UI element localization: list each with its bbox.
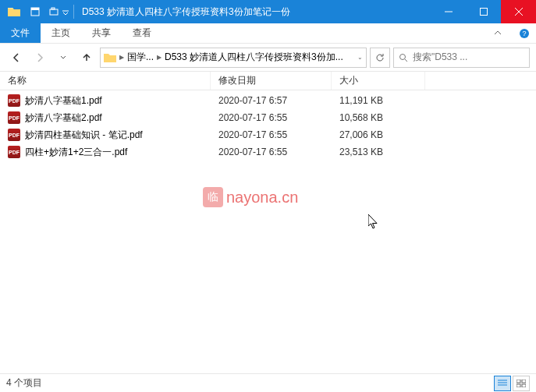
svg-rect-2 xyxy=(50,9,58,15)
file-name: 妙清四柱基础知识 - 笔记.pdf xyxy=(25,129,143,142)
folder-icon xyxy=(8,6,20,17)
list-item[interactable]: PDF妙清八字基础2.pdf 2020-07-17 6:55 10,568 KB xyxy=(0,109,536,126)
view-details-button[interactable] xyxy=(494,376,511,391)
view-icons-button[interactable] xyxy=(513,376,530,391)
address-bar[interactable]: ▶ 国学... ▶ D533 妙清道人四柱八字传授班资料3份加... ⌄ xyxy=(100,48,367,68)
pdf-icon: PDF xyxy=(8,94,20,107)
nav-up-button[interactable] xyxy=(76,48,97,68)
svg-point-7 xyxy=(400,54,406,59)
svg-rect-1 xyxy=(31,8,39,10)
svg-rect-4 xyxy=(480,9,487,16)
nav-back-button[interactable] xyxy=(6,48,27,68)
minimize-button[interactable] xyxy=(431,0,466,23)
file-date: 2020-07-17 6:55 xyxy=(211,129,332,140)
column-size[interactable]: 大小 xyxy=(332,72,425,90)
list-item[interactable]: PDF妙清八字基础1.pdf 2020-07-17 6:57 11,191 KB xyxy=(0,92,536,109)
chevron-right-icon[interactable]: ▶ xyxy=(119,54,124,61)
svg-text:?: ? xyxy=(522,30,526,37)
column-date[interactable]: 修改日期 xyxy=(211,72,332,90)
nav-forward-button[interactable] xyxy=(30,48,50,68)
maximize-button[interactable] xyxy=(466,0,501,23)
file-date: 2020-07-17 6:55 xyxy=(211,147,332,157)
column-headers: 名称 修改日期 大小 xyxy=(0,72,536,90)
help-button[interactable]: ? xyxy=(513,23,536,43)
folder-icon xyxy=(104,52,116,63)
file-size: 10,568 KB xyxy=(332,112,425,123)
ribbon-expand-icon[interactable] xyxy=(483,23,513,43)
ribbon: 文件 主页 共享 查看 ? xyxy=(0,23,536,44)
tab-view[interactable]: 查看 xyxy=(122,23,162,43)
svg-rect-8 xyxy=(516,380,520,383)
status-item-count: 4 个项目 xyxy=(6,376,42,390)
file-list: PDF妙清八字基础1.pdf 2020-07-17 6:57 11,191 KB… xyxy=(0,90,536,162)
qat-properties-icon[interactable] xyxy=(27,3,44,20)
nav-recent-icon[interactable] xyxy=(53,48,73,68)
list-item[interactable]: PDF妙清四柱基础知识 - 笔记.pdf 2020-07-17 6:55 27,… xyxy=(0,126,536,143)
statusbar: 4 个项目 xyxy=(0,373,536,392)
pdf-icon: PDF xyxy=(8,129,20,141)
close-button[interactable] xyxy=(501,0,536,23)
watermark: 临 nayona.cn xyxy=(203,187,298,207)
window-title: D533 妙清道人四柱八字传授班资料3份加笔记一份 xyxy=(79,5,431,19)
breadcrumb-segment[interactable]: D533 妙清道人四柱八字传授班资料3份加... xyxy=(165,51,343,64)
watermark-text: nayona.cn xyxy=(226,189,298,207)
svg-rect-3 xyxy=(51,8,55,9)
qat-newfolder-icon[interactable] xyxy=(45,3,62,20)
file-size: 23,513 KB xyxy=(332,147,425,157)
svg-rect-11 xyxy=(522,384,526,387)
refresh-button[interactable] xyxy=(370,48,390,68)
window-buttons xyxy=(431,0,536,23)
titlebar: D533 妙清道人四柱八字传授班资料3份加笔记一份 xyxy=(0,0,536,23)
cursor-icon xyxy=(368,214,381,230)
pdf-icon: PDF xyxy=(8,146,20,158)
quick-access-toolbar xyxy=(27,3,62,20)
titlebar-divider xyxy=(73,5,74,19)
file-date: 2020-07-17 6:57 xyxy=(211,95,332,106)
view-switcher xyxy=(494,376,530,391)
svg-rect-10 xyxy=(516,384,520,387)
pdf-icon: PDF xyxy=(8,111,20,124)
watermark-icon: 临 xyxy=(203,187,223,207)
search-icon xyxy=(399,53,408,62)
file-name: 妙清八字基础2.pdf xyxy=(25,111,102,125)
file-size: 11,191 KB xyxy=(332,95,425,106)
search-placeholder: 搜索"D533 ... xyxy=(413,51,467,64)
file-name: 妙清八字基础1.pdf xyxy=(25,94,102,108)
qat-customize-icon[interactable] xyxy=(62,5,69,19)
tab-home[interactable]: 主页 xyxy=(41,23,81,43)
breadcrumb-segment[interactable]: 国学... xyxy=(127,51,154,64)
search-input[interactable]: 搜索"D533 ... xyxy=(393,48,530,68)
file-date: 2020-07-17 6:55 xyxy=(211,112,332,123)
file-name: 四柱+妙清1+2三合一.pdf xyxy=(25,146,127,159)
tab-file[interactable]: 文件 xyxy=(0,23,41,43)
chevron-down-icon[interactable]: ⌄ xyxy=(357,54,363,61)
navbar: ▶ 国学... ▶ D533 妙清道人四柱八字传授班资料3份加... ⌄ 搜索"… xyxy=(0,44,536,72)
list-item[interactable]: PDF四柱+妙清1+2三合一.pdf 2020-07-17 6:55 23,51… xyxy=(0,143,536,161)
file-size: 27,006 KB xyxy=(332,129,425,140)
chevron-right-icon[interactable]: ▶ xyxy=(157,54,162,61)
tab-share[interactable]: 共享 xyxy=(81,23,122,43)
svg-rect-9 xyxy=(522,380,526,383)
column-name[interactable]: 名称 xyxy=(0,72,211,90)
